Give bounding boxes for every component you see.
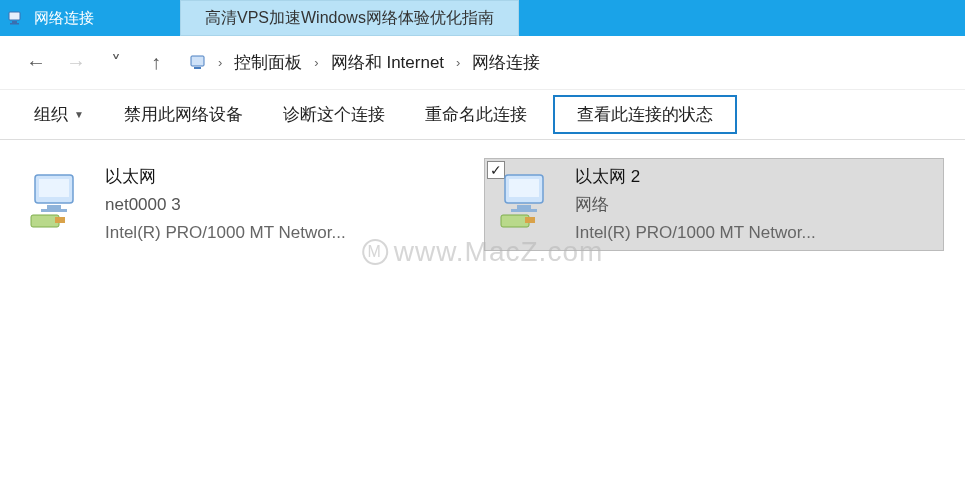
chevron-down-icon: ˅ <box>111 51 121 75</box>
crumb-network-internet[interactable]: 网络和 Internet <box>327 49 448 76</box>
crumb-network-connections[interactable]: 网络连接 <box>468 49 544 76</box>
svg-rect-9 <box>31 215 59 227</box>
up-button[interactable]: ↑ <box>138 45 174 81</box>
control-panel-icon <box>188 52 210 74</box>
svg-rect-6 <box>39 179 69 197</box>
breadcrumb-sep: › <box>312 55 320 70</box>
ethernet-adapter-icon <box>493 165 563 235</box>
connection-name: 以太网 <box>105 165 346 189</box>
svg-rect-14 <box>511 209 537 212</box>
view-status-button[interactable]: 查看此连接的状态 <box>553 95 737 134</box>
arrow-up-icon: ↑ <box>151 51 161 74</box>
connection-status: 网络 <box>575 193 816 217</box>
window-title: 网络连接 <box>34 9 94 28</box>
banner-text: 高清VPS加速Windows网络体验优化指南 <box>205 8 494 29</box>
svg-rect-10 <box>55 217 65 223</box>
connection-status: net0000 3 <box>105 193 346 217</box>
arrow-right-icon: → <box>66 51 86 74</box>
svg-rect-13 <box>517 205 531 209</box>
network-connections-icon <box>6 8 26 28</box>
navigation-bar: ← → ˅ ↑ › 控制面板 › 网络和 Internet › 网络连接 <box>0 36 965 90</box>
connection-details: 以太网 2 网络 Intel(R) PRO/1000 MT Networ... <box>575 165 816 244</box>
connection-item-ethernet[interactable]: 以太网 net0000 3 Intel(R) PRO/1000 MT Netwo… <box>14 158 474 251</box>
chevron-down-icon: ▼ <box>74 109 84 120</box>
svg-rect-0 <box>9 12 20 20</box>
organize-label: 组织 <box>34 103 68 126</box>
breadcrumb-sep: › <box>216 55 224 70</box>
crumb-control-panel[interactable]: 控制面板 <box>230 49 306 76</box>
connection-device: Intel(R) PRO/1000 MT Networ... <box>105 221 346 245</box>
connection-device: Intel(R) PRO/1000 MT Networ... <box>575 221 816 245</box>
svg-rect-3 <box>191 56 204 66</box>
svg-rect-2 <box>10 23 19 25</box>
connection-details: 以太网 net0000 3 Intel(R) PRO/1000 MT Netwo… <box>105 165 346 244</box>
svg-rect-15 <box>501 215 529 227</box>
svg-rect-8 <box>41 209 67 212</box>
forward-button[interactable]: → <box>58 45 94 81</box>
ethernet-adapter-icon <box>23 165 93 235</box>
command-toolbar: 组织 ▼ 禁用此网络设备 诊断这个连接 重命名此连接 查看此连接的状态 <box>0 90 965 140</box>
svg-rect-7 <box>47 205 61 209</box>
connection-name: 以太网 2 <box>575 165 816 189</box>
svg-rect-16 <box>525 217 535 223</box>
svg-rect-12 <box>509 179 539 197</box>
recent-locations-button[interactable]: ˅ <box>98 45 134 81</box>
breadcrumb[interactable]: › 控制面板 › 网络和 Internet › 网络连接 <box>188 49 544 76</box>
arrow-left-icon: ← <box>26 51 46 74</box>
overlay-banner: 高清VPS加速Windows网络体验优化指南 <box>180 0 519 36</box>
diagnose-connection-button[interactable]: 诊断这个连接 <box>269 97 399 132</box>
rename-connection-button[interactable]: 重命名此连接 <box>411 97 541 132</box>
disable-device-button[interactable]: 禁用此网络设备 <box>110 97 257 132</box>
breadcrumb-sep: › <box>454 55 462 70</box>
back-button[interactable]: ← <box>18 45 54 81</box>
connection-item-ethernet-2[interactable]: ✓ 以太网 2 网络 Intel(R) PRO/1000 MT Networ..… <box>484 158 944 251</box>
connections-list: 以太网 net0000 3 Intel(R) PRO/1000 MT Netwo… <box>0 140 965 269</box>
svg-rect-4 <box>194 67 201 69</box>
organize-menu[interactable]: 组织 ▼ <box>20 97 98 132</box>
svg-rect-1 <box>12 21 17 23</box>
